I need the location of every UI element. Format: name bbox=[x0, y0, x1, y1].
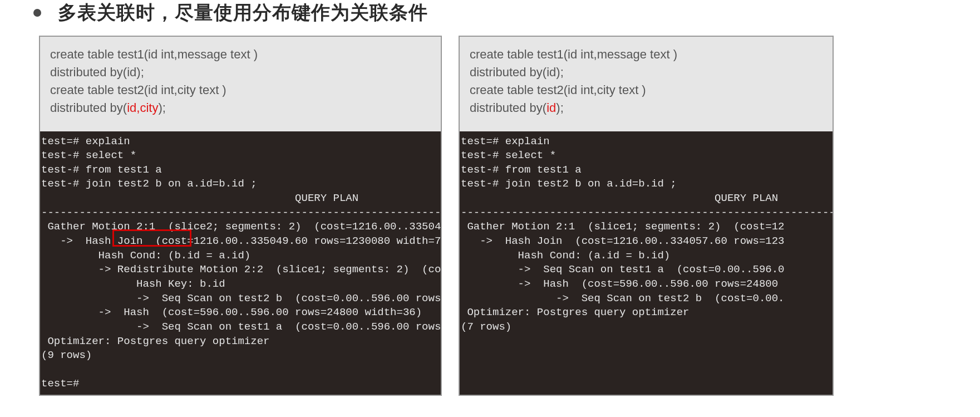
sql-line: create table test1(id int,message text ) bbox=[470, 46, 823, 63]
example-card-left: create table test1(id int,message text )… bbox=[39, 36, 442, 396]
distributed-key-highlight: id bbox=[546, 101, 556, 115]
sql-line: create table test2(id int,city text ) bbox=[470, 81, 823, 99]
terminal-output-left: test=# explain test-# select * test-# fr… bbox=[40, 131, 441, 395]
sql-line: distributed by(id); bbox=[470, 63, 823, 81]
example-card-right: create table test1(id int,message text )… bbox=[459, 36, 834, 396]
redistribute-highlight-box bbox=[112, 229, 191, 247]
page-title: 多表关联时，尽量使用分布键作为关联条件 bbox=[58, 0, 428, 26]
sql-line: distributed by(id,city); bbox=[50, 99, 431, 117]
sql-block-left: create table test1(id int,message text )… bbox=[40, 37, 441, 131]
columns: create table test1(id int,message text )… bbox=[22, 36, 958, 396]
page: 多表关联时，尽量使用分布键作为关联条件 create table test1(i… bbox=[0, 0, 980, 413]
sql-line: distributed by(id); bbox=[470, 99, 823, 117]
distributed-key-highlight: id,city bbox=[127, 101, 158, 115]
terminal-output-right: test=# explain test-# select * test-# fr… bbox=[460, 131, 833, 395]
sql-block-right: create table test1(id int,message text )… bbox=[460, 37, 833, 131]
sql-line: distributed by(id); bbox=[50, 63, 431, 81]
sql-line: create table test2(id int,city text ) bbox=[50, 81, 431, 99]
bullet-icon bbox=[33, 9, 41, 17]
sql-line: create table test1(id int,message text ) bbox=[50, 46, 431, 63]
title-row: 多表关联时，尽量使用分布键作为关联条件 bbox=[22, 0, 958, 36]
